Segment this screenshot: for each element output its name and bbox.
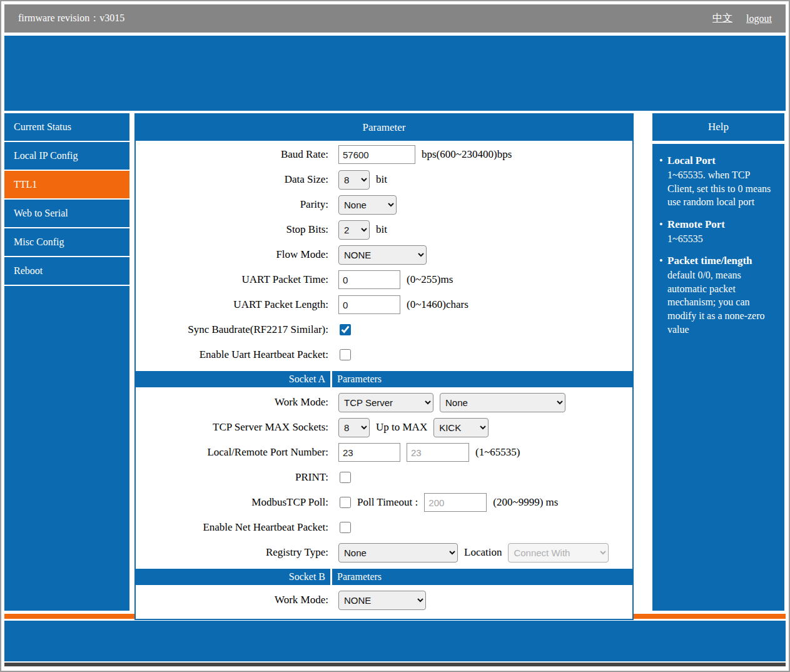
- sync-baudrate-checkbox[interactable]: [340, 324, 351, 335]
- baud-rate-label: Baud Rate:: [136, 148, 335, 161]
- max-sockets-mid-text: Up to MAX: [376, 421, 427, 434]
- parity-controls: None: [338, 195, 397, 215]
- baud-rate-controls: bps(600~230400)bps: [338, 145, 512, 164]
- uart-heartbeat-checkbox[interactable]: [340, 349, 351, 360]
- work-mode-b-row: Work Mode: NONE: [136, 588, 632, 613]
- help-title: Help: [652, 113, 784, 141]
- help-item-text: default 0/0, means automatic packet mech…: [667, 268, 778, 336]
- remote-port-input[interactable]: [407, 443, 469, 462]
- data-size-label: Data Size:: [136, 173, 335, 186]
- sidebar-item-current-status[interactable]: Current Status: [4, 113, 129, 142]
- print-row: PRINT:: [136, 465, 632, 490]
- modbus-poll-label: ModbusTCP Poll:: [136, 496, 335, 509]
- stop-bits-controls: 2 bit: [338, 220, 387, 240]
- uart-packet-time-range-text: (0~255)ms: [407, 273, 453, 286]
- work-mode-b-controls: NONE: [338, 591, 426, 610]
- uart-packet-time-input[interactable]: [338, 270, 400, 289]
- parity-row: Parity: None: [136, 192, 632, 217]
- sidebar-item-local-ip-config[interactable]: Local IP Config: [4, 142, 129, 171]
- topbar: firmware revision：v3015 中文 logout: [4, 4, 786, 33]
- stop-bits-label: Stop Bits:: [136, 223, 335, 236]
- logout-link[interactable]: logout: [746, 13, 772, 24]
- print-label: PRINT:: [136, 471, 335, 484]
- help-item-remote-port: Remote Port 1~65535: [657, 218, 778, 246]
- baud-rate-range-text: bps(600~230400)bps: [422, 148, 512, 161]
- sync-baudrate-controls: [338, 324, 351, 335]
- help-item-packet-time-length: Packet time/length default 0/0, means au…: [657, 254, 778, 336]
- help-item-local-port: Local Port 1~65535. when TCP Client, set…: [657, 154, 778, 209]
- help-item-title: Local Port: [667, 154, 778, 168]
- net-heartbeat-label: Enable Net Heartbeat Packet:: [136, 521, 335, 534]
- sync-baudrate-label: Sync Baudrate(RF2217 Similar):: [136, 323, 335, 336]
- socket-a-header: Socket A Parameters: [136, 371, 632, 387]
- parity-select[interactable]: None: [338, 195, 397, 215]
- firmware-revision-text: firmware revision：v3015: [18, 12, 124, 25]
- data-size-select[interactable]: 8: [338, 170, 370, 190]
- registry-type-select[interactable]: None: [338, 543, 458, 563]
- max-sockets-row: TCP Server MAX Sockets: 8 Up to MAX KICK: [136, 415, 632, 440]
- data-size-controls: 8 bit: [338, 170, 387, 190]
- uart-packet-length-controls: (0~1460)chars: [338, 295, 468, 314]
- print-checkbox[interactable]: [340, 472, 351, 483]
- registry-type-row: Registry Type: None Location Connect Wit…: [136, 540, 632, 565]
- topbar-links: 中文 logout: [712, 12, 772, 25]
- port-number-range-text: (1~65535): [475, 446, 520, 459]
- registry-location-select[interactable]: Connect With: [508, 543, 609, 563]
- uart-heartbeat-controls: [338, 349, 351, 360]
- flow-mode-controls: NONE: [338, 245, 427, 265]
- help-item-title: Packet time/length: [667, 254, 778, 268]
- parameter-form: Baud Rate: bps(600~230400)bps Data Size:…: [136, 141, 632, 619]
- help-panel: Help Local Port 1~65535. when TCP Client…: [652, 113, 784, 611]
- flow-mode-label: Flow Mode:: [136, 248, 335, 261]
- socket-b-title: Socket B: [136, 569, 332, 585]
- baud-rate-input[interactable]: [338, 145, 415, 164]
- registry-type-label: Registry Type:: [136, 546, 335, 559]
- flow-mode-row: Flow Mode: NONE: [136, 242, 632, 267]
- local-port-input[interactable]: [338, 443, 400, 462]
- work-mode-a-select[interactable]: TCP Server: [338, 393, 433, 412]
- stop-bits-select[interactable]: 2: [338, 220, 370, 240]
- header-banner: [4, 36, 786, 111]
- work-mode-a-controls: TCP Server None: [338, 393, 565, 412]
- uart-packet-length-row: UART Packet Length: (0~1460)chars: [136, 292, 632, 317]
- flow-mode-select[interactable]: NONE: [338, 245, 427, 265]
- uart-packet-length-range-text: (0~1460)chars: [407, 298, 468, 311]
- modbus-poll-controls: Poll Timeout : (200~9999) ms: [338, 493, 558, 512]
- data-size-row: Data Size: 8 bit: [136, 167, 632, 192]
- poll-timeout-range-text: (200~9999) ms: [493, 496, 558, 509]
- work-mode-a-submode-select[interactable]: None: [440, 393, 565, 412]
- parameter-panel: Parameter Baud Rate: bps(600~230400)bps …: [134, 113, 634, 620]
- max-sockets-controls: 8 Up to MAX KICK: [338, 418, 489, 437]
- uart-packet-time-controls: (0~255)ms: [338, 270, 453, 289]
- max-sockets-policy-select[interactable]: KICK: [433, 418, 489, 437]
- max-sockets-select[interactable]: 8: [338, 418, 370, 437]
- sidebar-item-ttl1[interactable]: TTL1: [4, 171, 129, 200]
- help-body: Local Port 1~65535. when TCP Client, set…: [652, 144, 784, 611]
- sidebar-item-misc-config[interactable]: Misc Config: [4, 228, 129, 257]
- help-item-title: Remote Port: [667, 218, 778, 232]
- uart-heartbeat-row: Enable Uart Heartbeat Packet:: [136, 342, 632, 367]
- net-heartbeat-checkbox[interactable]: [340, 522, 351, 533]
- modbus-poll-checkbox[interactable]: [340, 497, 351, 508]
- uart-packet-length-input[interactable]: [338, 295, 400, 314]
- socket-b-subtitle: Parameters: [332, 569, 382, 585]
- sync-baudrate-row: Sync Baudrate(RF2217 Similar):: [136, 317, 632, 342]
- uart-packet-time-row: UART Packet Time: (0~255)ms: [136, 267, 632, 292]
- max-sockets-label: TCP Server MAX Sockets:: [136, 421, 335, 434]
- work-mode-b-select[interactable]: NONE: [338, 591, 426, 610]
- footer-banner: [4, 621, 786, 661]
- help-item-text: 1~65535: [667, 232, 778, 246]
- registry-type-controls: None Location Connect With: [338, 543, 609, 563]
- sidebar-item-reboot[interactable]: Reboot: [4, 257, 129, 286]
- help-item-text: 1~65535. when TCP Client, set this to 0 …: [667, 168, 778, 209]
- bottom-strip: [4, 663, 786, 666]
- poll-timeout-input[interactable]: [424, 493, 487, 512]
- content-area: Current Status Local IP Config TTL1 Web …: [4, 113, 786, 611]
- panel-title: Parameter: [136, 115, 632, 141]
- work-mode-a-row: Work Mode: TCP Server None: [136, 390, 632, 415]
- uart-heartbeat-label: Enable Uart Heartbeat Packet:: [136, 349, 335, 361]
- uart-packet-length-label: UART Packet Length:: [136, 298, 335, 311]
- sidebar-item-web-to-serial[interactable]: Web to Serial: [4, 200, 129, 228]
- language-link[interactable]: 中文: [712, 12, 732, 25]
- data-size-unit-text: bit: [376, 173, 387, 186]
